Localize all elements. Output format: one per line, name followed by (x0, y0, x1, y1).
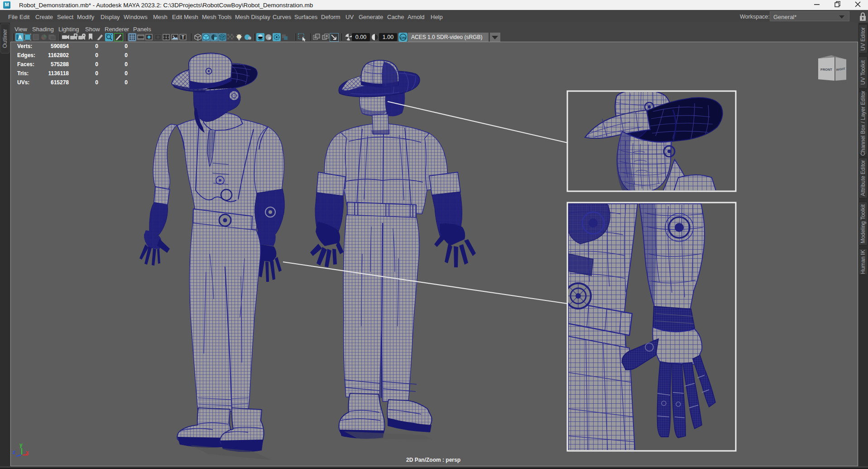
svg-text:x: x (26, 450, 29, 456)
svg-text:T: T (182, 35, 184, 40)
svg-text:z: z (13, 449, 15, 455)
svg-text:y: y (19, 442, 23, 448)
svg-text:FRONT: FRONT (820, 68, 832, 72)
svg-text:A: A (18, 34, 22, 41)
svg-text:ON: ON (400, 36, 406, 40)
